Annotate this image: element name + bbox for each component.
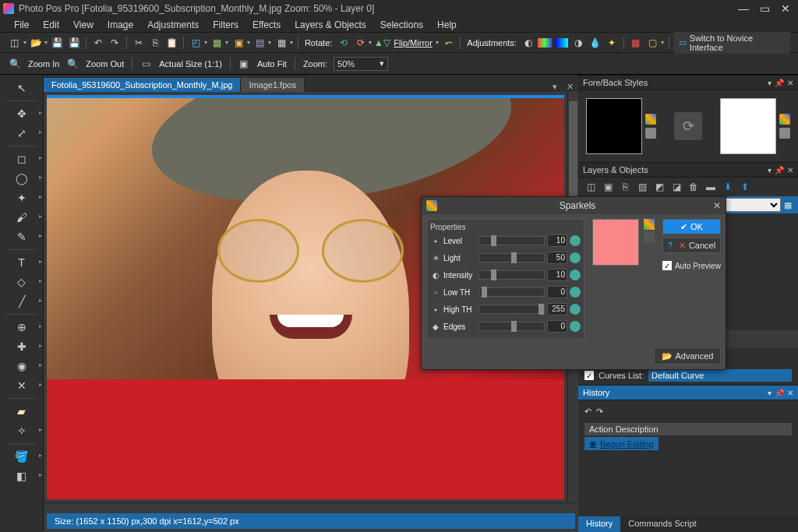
copy-icon[interactable]: ⎘ xyxy=(148,36,162,50)
forestyles-header[interactable]: Fore/Back Styles ▾ 📌 ✕ xyxy=(578,75,798,90)
flip-h-icon[interactable]: ▲▽ xyxy=(375,36,389,50)
menu-layers[interactable]: Layers & Objects xyxy=(288,18,372,32)
history-header[interactable]: History ▾ 📌 ✕ xyxy=(578,385,798,400)
crop-icon[interactable]: ▣ xyxy=(231,36,245,50)
intensity-reset-icon[interactable] xyxy=(570,270,581,280)
light-value[interactable]: 50 xyxy=(547,252,567,264)
zoom-select[interactable]: 50%▾ xyxy=(334,57,388,71)
rotate-ccw-icon[interactable]: ⤺ xyxy=(442,36,456,50)
panel-close-icon[interactable]: ✕ xyxy=(787,389,793,397)
shape-tool[interactable]: ◇ xyxy=(12,273,31,291)
adj-contrast-icon[interactable]: ◑ xyxy=(571,36,585,50)
menu-view[interactable]: View xyxy=(67,18,100,32)
delete-layer-icon[interactable]: 🗑 xyxy=(687,181,700,193)
new-icon[interactable]: ◫ xyxy=(8,36,22,50)
menu-image[interactable]: Image xyxy=(101,18,139,32)
move-tool[interactable]: ✥ xyxy=(12,105,31,122)
layer-fx-icon[interactable]: ▦ xyxy=(784,200,792,210)
edges-reset-icon[interactable] xyxy=(570,321,581,332)
remove-tool[interactable]: ✕ xyxy=(12,377,31,394)
edges-value[interactable]: 0 xyxy=(547,320,567,333)
pen-tool[interactable]: ✎ xyxy=(12,228,31,245)
doc-tab-1[interactable]: Fotolia_95319600_Subscription_Monthly_M.… xyxy=(44,78,241,92)
preview-opt2-icon[interactable] xyxy=(644,231,655,242)
scale-tool[interactable]: ⤢ xyxy=(12,125,31,142)
frame-icon[interactable]: ▤ xyxy=(253,36,267,50)
new-layer-icon[interactable]: ◫ xyxy=(584,181,597,193)
menu-selections[interactable]: Selections xyxy=(374,18,429,32)
cancel-button[interactable]: ?✕Cancel xyxy=(662,238,721,253)
menu-effects[interactable]: Effects xyxy=(246,18,287,32)
bottom-tab-commands[interactable]: Commands Script xyxy=(620,516,704,532)
bottom-tab-history[interactable]: History xyxy=(578,516,620,532)
bg-reset-icon[interactable] xyxy=(779,128,790,139)
flipmirror-label[interactable]: Flip/Mirror xyxy=(394,38,433,48)
eraser-tool[interactable]: ▰ xyxy=(12,403,31,420)
panel-menu-icon[interactable]: ▾ xyxy=(768,79,772,87)
picker-icon[interactable]: ▦ xyxy=(629,36,643,50)
adj-hue-icon[interactable] xyxy=(555,38,569,48)
group-icon[interactable]: ▣ xyxy=(602,181,614,193)
line-tool[interactable]: ╱ xyxy=(12,293,31,310)
horizontal-scrollbar[interactable] xyxy=(44,502,578,513)
adj-bw-icon[interactable]: ◐ xyxy=(521,36,535,50)
highth-slider[interactable] xyxy=(478,305,545,314)
actual-size-icon[interactable]: ▭ xyxy=(139,57,153,71)
history-redo-icon[interactable]: ↷ xyxy=(596,407,603,417)
background-swatch[interactable] xyxy=(720,98,776,154)
highth-reset-icon[interactable] xyxy=(570,304,581,315)
panel-menu-icon[interactable]: ▾ xyxy=(768,389,772,397)
fill-tool[interactable]: 🪣 xyxy=(12,448,31,465)
effects-tool[interactable]: ✧ xyxy=(12,422,31,439)
resize-icon[interactable]: ◰ xyxy=(189,36,203,50)
level-slider[interactable] xyxy=(478,236,545,245)
cut-icon[interactable]: ✂ xyxy=(132,36,146,50)
heal-tool[interactable]: ✚ xyxy=(12,338,31,355)
zoom-out-label[interactable]: Zoom Out xyxy=(86,59,124,69)
zoom-out-icon[interactable]: 🔍 xyxy=(65,57,79,71)
doc-tab-2[interactable]: Image1.fpos xyxy=(241,78,305,92)
wand-tool[interactable]: ✦ xyxy=(12,189,31,206)
grid-icon[interactable]: ▦ xyxy=(274,36,288,50)
undo-icon[interactable]: ↶ xyxy=(91,36,105,50)
menu-help[interactable]: Help xyxy=(431,18,463,32)
light-slider[interactable] xyxy=(478,253,545,262)
adj-levels-icon[interactable] xyxy=(538,38,552,48)
layer-up-icon[interactable]: ⬆ xyxy=(739,181,751,193)
zoom-in-label[interactable]: Zoom In xyxy=(28,59,59,69)
panel-menu-icon[interactable]: ▾ xyxy=(768,166,772,174)
history-undo-icon[interactable]: ↶ xyxy=(584,407,591,417)
close-button[interactable]: ✕ xyxy=(781,2,790,15)
intensity-value[interactable]: 10 xyxy=(547,269,567,281)
open-icon[interactable]: 📂 xyxy=(30,36,44,50)
lowth-value[interactable]: 0 xyxy=(547,286,567,298)
lowth-slider[interactable] xyxy=(478,287,545,297)
preview-opt1-icon[interactable] xyxy=(644,219,655,230)
history-item[interactable]: ◉ Begun Editing xyxy=(584,437,659,450)
paste-icon[interactable]: 📋 xyxy=(165,36,179,50)
marquee-tool[interactable]: ◻ xyxy=(12,150,31,167)
switch-novice-button[interactable]: ▭ Switch to Novice Interface xyxy=(674,32,790,54)
highth-value[interactable]: 255 xyxy=(547,303,567,315)
rotate-right-icon[interactable]: ⟳ xyxy=(354,36,368,50)
adj-drop-icon[interactable]: 💧 xyxy=(588,36,602,50)
auto-fit-label[interactable]: Auto Fit xyxy=(257,59,287,69)
zoom-in-icon[interactable]: 🔍 xyxy=(8,57,22,71)
swap-colors-button[interactable]: ⟳ xyxy=(674,112,702,140)
menu-edit[interactable]: Edit xyxy=(37,18,65,32)
redo-icon[interactable]: ↷ xyxy=(108,36,122,50)
ok-button[interactable]: ✔OK xyxy=(662,219,721,234)
brush-tool[interactable]: 🖌 xyxy=(12,209,31,226)
curves-list-value[interactable]: Default Curve xyxy=(648,369,792,382)
clone-tool[interactable]: ⊕ xyxy=(12,319,31,336)
rotate-left-icon[interactable]: ⟲ xyxy=(337,36,351,50)
level-value[interactable]: 10 xyxy=(547,234,567,247)
mask2-icon[interactable]: ◩ xyxy=(653,181,666,193)
level-reset-icon[interactable] xyxy=(570,235,581,246)
redeye-tool[interactable]: ◉ xyxy=(12,358,31,375)
menu-filters[interactable]: Filters xyxy=(207,18,245,32)
lasso-tool[interactable]: ◯ xyxy=(12,170,31,187)
maximize-button[interactable]: ▭ xyxy=(760,2,770,15)
text-tool[interactable]: T xyxy=(12,254,31,271)
gradient-tool[interactable]: ◧ xyxy=(12,467,31,484)
